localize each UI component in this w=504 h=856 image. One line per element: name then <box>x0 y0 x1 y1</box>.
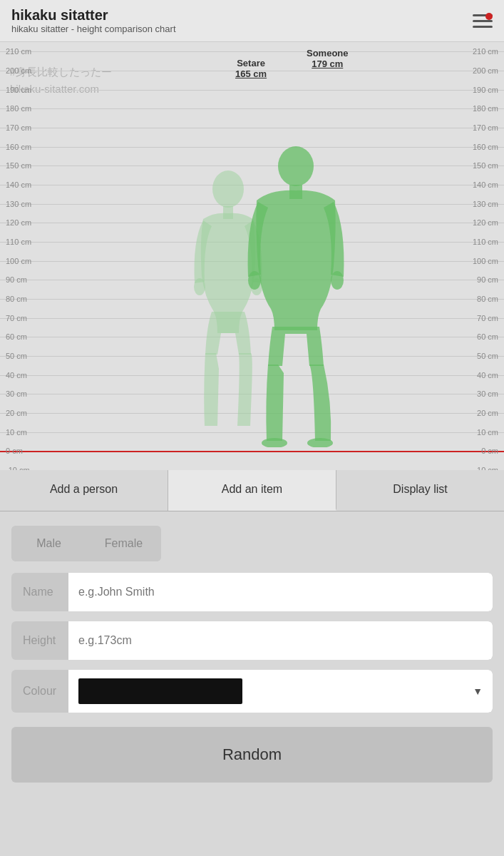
name-input-row: Name <box>11 573 493 611</box>
header: hikaku sitatter hikaku sitatter - height… <box>0 0 504 42</box>
menu-button[interactable] <box>473 14 493 28</box>
svg-point-2 <box>194 278 205 295</box>
height-input-row: Height <box>11 621 493 660</box>
tab-add-person[interactable]: Add a person <box>0 470 168 511</box>
tab-display-list[interactable]: Display list <box>336 470 504 511</box>
app-subtitle: hikaku sitatter - height comparison char… <box>11 24 176 34</box>
form-area: Male Female Name Height Colour ▼ Random <box>0 511 504 797</box>
name-input[interactable] <box>68 573 493 611</box>
svg-point-8 <box>262 438 287 447</box>
app-title: hikaku sitatter <box>11 7 176 24</box>
menu-dot-icon <box>485 13 493 20</box>
menu-line-2 <box>473 20 493 22</box>
menu-line-3 <box>473 26 493 28</box>
name-label: Name <box>11 573 68 611</box>
gender-female-button[interactable]: Female <box>86 526 161 561</box>
header-title-block: hikaku sitatter hikaku sitatter - height… <box>11 7 176 34</box>
tabs: Add a person Add an item Display list <box>0 470 504 511</box>
colour-label: Colour <box>11 672 68 710</box>
person-label-someone: Someone179 cm <box>307 48 349 69</box>
colour-picker[interactable]: ▼ <box>68 670 493 713</box>
tab-add-item[interactable]: Add an item <box>168 470 336 511</box>
svg-point-7 <box>331 271 344 290</box>
colour-dropdown-arrow: ▼ <box>473 686 483 697</box>
silhouette-male <box>242 145 349 450</box>
colour-input-row: Colour ▼ <box>11 670 493 713</box>
random-button[interactable]: Random <box>11 727 493 783</box>
height-label: Height <box>11 621 68 660</box>
svg-point-0 <box>212 170 244 208</box>
gender-male-button[interactable]: Male <box>11 526 86 561</box>
colour-swatch <box>78 678 242 704</box>
person-label-setare: Setare165 cm <box>235 58 267 79</box>
svg-point-6 <box>248 271 261 290</box>
chart-area: #身長比較したったー hikaku-sitatter.com 210 cm210… <box>0 42 504 470</box>
svg-point-4 <box>278 146 314 186</box>
height-input[interactable] <box>68 621 493 660</box>
gender-selector: Male Female <box>11 526 161 561</box>
